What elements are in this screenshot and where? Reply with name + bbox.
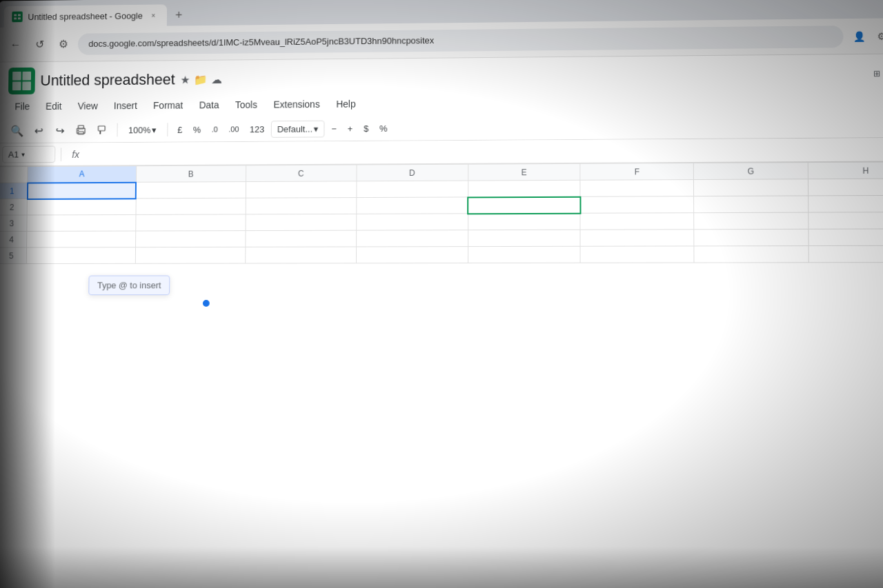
tab-close-button[interactable]: × [148, 10, 159, 21]
percent-format-button[interactable]: % [375, 121, 391, 136]
number-format-button[interactable]: 123 [246, 121, 268, 137]
menu-file[interactable]: File [8, 99, 37, 115]
cell-C2[interactable] [246, 198, 357, 214]
chrome-profile-button[interactable]: 👤 [849, 26, 869, 45]
cell-D2[interactable] [356, 197, 468, 214]
col-header-E[interactable]: E [468, 163, 580, 181]
formula-input[interactable] [90, 150, 883, 154]
new-tab-button[interactable]: + [169, 6, 188, 25]
cell-H2[interactable] [808, 195, 883, 212]
cell-F1[interactable] [580, 180, 694, 197]
sheets-logo-inner [12, 72, 31, 90]
undo-button[interactable]: ↩ [29, 121, 48, 140]
col-header-F[interactable]: F [580, 163, 693, 180]
settings-button[interactable]: ⚙ [54, 34, 72, 53]
currency-button[interactable]: £ [173, 122, 186, 138]
star-icon[interactable]: ★ [180, 73, 190, 86]
cell-H5[interactable] [808, 245, 883, 263]
cell-reference-box[interactable]: A1 ▾ [2, 146, 55, 163]
cell-G5[interactable] [694, 246, 808, 263]
spreadsheet-grid: A B C D E F G H 1 [0, 161, 883, 264]
menu-extensions[interactable]: Extensions [267, 96, 327, 112]
cell-A4[interactable] [27, 231, 136, 247]
paint-format-button[interactable] [93, 121, 112, 140]
cell-C4[interactable] [246, 230, 357, 247]
back-button[interactable]: ← [6, 35, 25, 54]
cell-G4[interactable] [694, 229, 808, 246]
cell-E1[interactable] [468, 180, 580, 197]
col-header-D[interactable]: D [357, 164, 468, 181]
cell-D5[interactable] [356, 247, 468, 263]
col-header-H[interactable]: H [808, 162, 883, 179]
row-header-3[interactable]: 3 [0, 215, 27, 232]
cell-A2[interactable] [27, 199, 136, 215]
col-header-B[interactable]: B [136, 165, 246, 182]
col-header-G[interactable]: G [694, 163, 808, 180]
cell-B4[interactable] [135, 231, 245, 247]
cell-C5[interactable] [245, 247, 356, 263]
menu-edit[interactable]: Edit [39, 98, 68, 114]
cell-F5[interactable] [580, 246, 694, 263]
svg-rect-0 [12, 12, 23, 23]
font-size-decrease-button[interactable]: − [328, 121, 341, 136]
cell-E4[interactable] [468, 230, 580, 246]
cell-drag-handle[interactable] [203, 300, 210, 307]
logo-cell-1 [12, 72, 21, 81]
cell-A5[interactable] [26, 247, 135, 264]
col-header-C[interactable]: C [246, 165, 356, 181]
row-header-5[interactable]: 5 [0, 247, 27, 264]
cell-D1[interactable] [356, 181, 468, 198]
menu-help[interactable]: Help [329, 96, 362, 112]
print-button[interactable] [72, 121, 90, 140]
menu-insert[interactable]: Insert [107, 97, 144, 114]
cell-B3[interactable] [136, 214, 246, 231]
cell-B5[interactable] [135, 247, 245, 263]
active-tab[interactable]: Untitled spreadsheet - Google × [4, 4, 167, 28]
menu-format[interactable]: Format [146, 97, 190, 114]
cell-C3[interactable] [246, 214, 357, 230]
cell-D4[interactable] [356, 230, 468, 247]
cell-H4[interactable] [808, 229, 883, 246]
dollar-format-button[interactable]: $ [359, 121, 373, 136]
decimal-increase-button[interactable]: .00 [224, 122, 243, 136]
row-header-1[interactable]: 1 [0, 183, 28, 199]
row-header-4[interactable]: 4 [0, 231, 27, 247]
percent-button[interactable]: % [189, 121, 205, 137]
zoom-selector[interactable]: 100% ▾ [123, 122, 162, 138]
cell-G3[interactable] [694, 212, 808, 230]
cell-F4[interactable] [580, 230, 694, 246]
cell-F3[interactable] [580, 213, 694, 230]
cell-B1[interactable] [136, 182, 246, 199]
font-selector[interactable]: Default... ▾ [271, 120, 325, 137]
cell-D3[interactable] [356, 214, 468, 230]
cell-A3[interactable] [27, 214, 136, 231]
font-size-increase-button[interactable]: + [344, 121, 357, 136]
cell-A1[interactable] [27, 182, 136, 199]
cell-G2[interactable] [694, 196, 808, 213]
grid-container: A B C D E F G H 1 [0, 161, 883, 588]
redo-button[interactable]: ↪ [50, 121, 69, 140]
cell-H3[interactable] [808, 212, 883, 230]
screen: Untitled spreadsheet - Google × + ← ↺ ⚙ … [0, 0, 883, 588]
cell-E5[interactable] [468, 246, 580, 263]
cell-F2[interactable] [580, 196, 694, 214]
refresh-button[interactable]: ↺ [30, 35, 49, 54]
cell-G1[interactable] [694, 179, 808, 196]
menu-view[interactable]: View [71, 98, 105, 114]
row-header-2[interactable]: 2 [0, 199, 27, 215]
tab-favicon [12, 12, 23, 23]
logo-cell-3 [12, 81, 21, 90]
url-bar[interactable]: docs.google.com/spreadsheets/d/1IMC-iz5M… [78, 26, 844, 55]
cell-H1[interactable] [808, 179, 883, 196]
decimal-decrease-button[interactable]: .0 [208, 123, 222, 136]
spreadsheet-title[interactable]: Untitled spreadsheet [40, 71, 175, 90]
cell-E2[interactable] [468, 196, 580, 214]
menu-tools[interactable]: Tools [228, 97, 264, 113]
col-header-A[interactable]: A [28, 166, 137, 183]
cell-E3[interactable] [468, 213, 580, 230]
chrome-extensions-button[interactable]: ⚙ [871, 26, 883, 45]
cell-B2[interactable] [136, 198, 246, 214]
search-button[interactable]: 🔍 [8, 121, 26, 140]
menu-data[interactable]: Data [192, 97, 226, 113]
cell-C1[interactable] [246, 181, 356, 198]
